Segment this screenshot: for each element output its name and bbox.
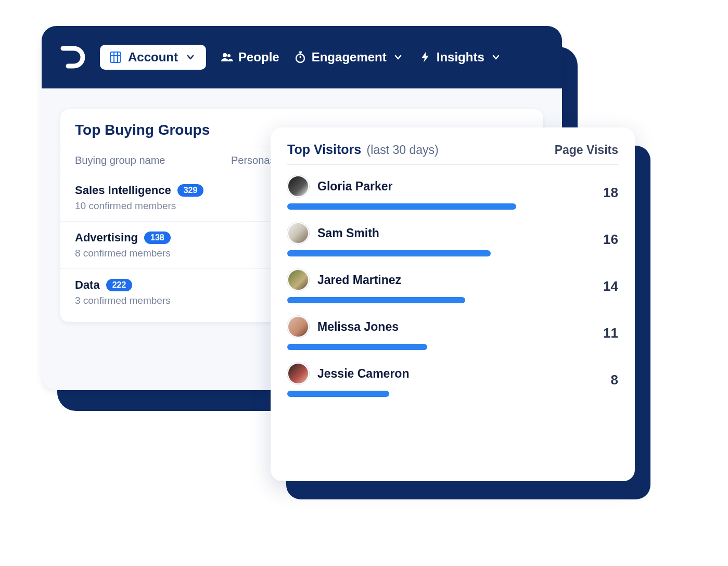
visit-count: 16 — [587, 231, 618, 248]
visits-bar — [287, 203, 516, 210]
group-name: Sales Intelligence — [75, 184, 171, 197]
grid-icon — [109, 51, 122, 63]
avatar — [287, 269, 309, 291]
visitor-row[interactable]: Gloria Parker18 — [287, 165, 618, 212]
visitor-name: Sam Smith — [317, 226, 379, 240]
people-icon — [221, 51, 233, 63]
visitor-name: Jessie Cameron — [317, 367, 409, 381]
account-dropdown[interactable]: Account — [100, 45, 206, 70]
nav-engagement[interactable]: Engagement — [294, 50, 404, 65]
nav-people-label: People — [238, 50, 279, 65]
visitor-row[interactable]: Jessie Cameron8 — [287, 352, 618, 399]
nav-insights[interactable]: Insights — [419, 50, 502, 65]
visit-count: 8 — [587, 372, 618, 388]
visit-count: 11 — [587, 325, 618, 341]
nav-people[interactable]: People — [221, 50, 279, 65]
visitor-name: Gloria Parker — [317, 179, 392, 194]
avatar — [287, 175, 309, 197]
visit-count: 18 — [587, 185, 618, 201]
brand-logo — [58, 44, 85, 71]
visitor-row[interactable]: Jared Martinez14 — [287, 259, 618, 305]
nav-engagement-label: Engagement — [312, 50, 387, 65]
visitors-header: Top Visitors (last 30 days) Page Visits — [287, 142, 618, 165]
visitors-subtitle: (last 30 days) — [367, 143, 439, 157]
avatar — [287, 316, 309, 338]
col-group-name: Buying group name — [75, 155, 210, 166]
page-visits-label: Page Visits — [555, 143, 618, 157]
visitor-name: Jared Martinez — [317, 273, 401, 287]
svg-point-4 — [223, 53, 227, 57]
app-header: Account People Engagement — [42, 26, 562, 88]
nav-insights-label: Insights — [437, 50, 484, 65]
svg-point-5 — [227, 54, 231, 57]
visitors-title: Top Visitors — [287, 142, 361, 157]
avatar — [287, 363, 309, 384]
svg-rect-0 — [110, 52, 121, 62]
visitor-row[interactable]: Sam Smith16 — [287, 212, 618, 259]
group-count-badge: 222 — [106, 279, 133, 291]
top-visitors-card: Top Visitors (last 30 days) Page Visits … — [271, 127, 635, 481]
chevron-down-icon — [490, 51, 502, 63]
stopwatch-icon — [294, 51, 306, 63]
account-label: Account — [128, 50, 178, 65]
bolt-icon — [419, 51, 431, 63]
group-count-badge: 138 — [144, 231, 171, 244]
visit-count: 14 — [587, 278, 618, 294]
visits-bar — [287, 297, 516, 303]
chevron-down-icon — [184, 51, 197, 63]
visits-bar — [287, 391, 516, 397]
visitor-row[interactable]: Melissa Jones11 — [287, 305, 618, 352]
group-name: Advertising — [75, 231, 138, 245]
group-count-badge: 329 — [177, 184, 204, 197]
visits-bar — [287, 344, 516, 350]
chevron-down-icon — [392, 51, 404, 63]
group-name: Data — [75, 278, 100, 292]
visits-bar — [287, 250, 516, 256]
visitor-name: Melissa Jones — [317, 320, 399, 334]
avatar — [287, 222, 309, 244]
col-personas: Personas — [231, 155, 275, 166]
